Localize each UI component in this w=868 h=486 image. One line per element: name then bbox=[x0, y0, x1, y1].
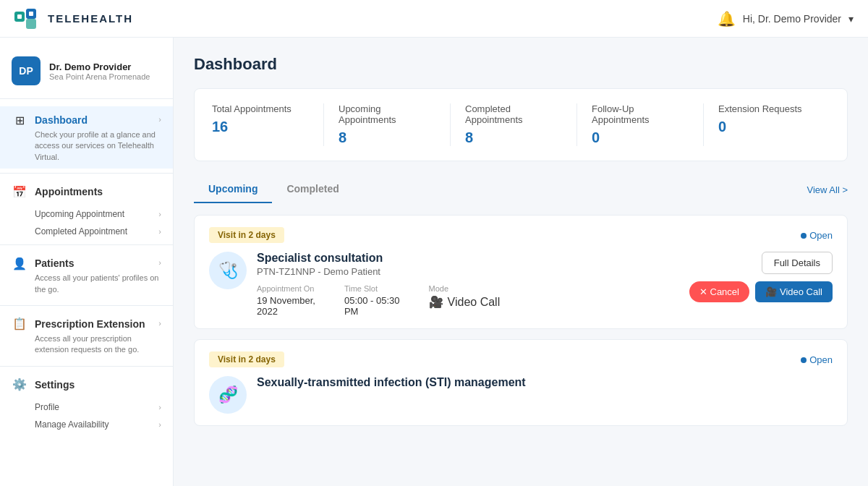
appointments-icon: 📅 bbox=[12, 184, 27, 200]
chevron-right-icon: › bbox=[158, 115, 161, 124]
status-dot-icon-2 bbox=[801, 357, 807, 363]
svg-rect-4 bbox=[26, 19, 36, 29]
svg-rect-3 bbox=[29, 12, 33, 16]
appt-time-value: 05:00 - 05:30PM bbox=[344, 295, 400, 317]
patients-icon: 👤 bbox=[12, 255, 27, 271]
appt-details: Appointment On 19 November,2022 Time Slo… bbox=[257, 284, 500, 317]
sidebar-subitem-upcoming-appointment[interactable]: Upcoming Appointment › bbox=[0, 205, 173, 223]
sidebar: DP Dr. Demo Provider Sea Point Arena Pro… bbox=[0, 38, 174, 486]
sidebar-item-dashboard[interactable]: ⊞ Dashboard › Check your profile at a gl… bbox=[0, 106, 173, 169]
prescription-icon: 📋 bbox=[12, 316, 27, 332]
appt-top-row: Visit in 2 days Open bbox=[209, 227, 833, 243]
appt-avatar-icon: 🩺 bbox=[209, 252, 247, 289]
sidebar-item-patients[interactable]: 👤 Patients › Access all your patients' p… bbox=[0, 250, 173, 301]
logo-area: TELEHEALTH bbox=[14, 9, 133, 29]
chevron-right-icon: › bbox=[158, 210, 161, 218]
tab-upcoming[interactable]: Upcoming bbox=[194, 176, 272, 203]
cancel-button[interactable]: ✕ Cancel bbox=[689, 281, 749, 302]
prescription-desc: Access all your prescription extension r… bbox=[12, 333, 161, 356]
svg-rect-1 bbox=[17, 14, 22, 19]
sidebar-item-appointments[interactable]: 📅 Appointments bbox=[0, 178, 173, 205]
appt-top-row-2: Visit in 2 days Open bbox=[209, 351, 833, 367]
stat-completed-label: Completed Appointments bbox=[465, 103, 562, 125]
video-camera-icon: 🎥 bbox=[429, 295, 443, 309]
main-layout: DP Dr. Demo Provider Sea Point Arena Pro… bbox=[0, 38, 868, 486]
appt-body: 🩺 Specialist consultation PTN-TZ1NNP - D… bbox=[209, 252, 500, 317]
video-call-button[interactable]: 🎥 Video Call bbox=[755, 281, 833, 302]
cancel-icon: ✕ bbox=[699, 286, 707, 297]
appt-patient: PTN-TZ1NNP - Demo Patient bbox=[257, 266, 500, 277]
sidebar-subitem-manage-availability[interactable]: Manage Availability › bbox=[0, 416, 173, 433]
stats-card: Total Appointments 16 Upcoming Appointme… bbox=[194, 88, 848, 161]
appt-name-2: Sexually-transmitted infection (STI) man… bbox=[257, 376, 833, 389]
status-badge-2: Open bbox=[801, 354, 833, 365]
stat-extension-label: Extension Requests bbox=[718, 103, 815, 114]
stat-completed-value: 8 bbox=[465, 129, 562, 146]
mode-text: Video Call bbox=[448, 296, 501, 309]
sidebar-label-patients: Patients bbox=[35, 257, 74, 269]
appt-mode-label: Mode bbox=[429, 284, 501, 293]
stat-total-appointments: Total Appointments 16 bbox=[212, 103, 324, 146]
user-info: Dr. Demo Provider Sea Point Arena Promen… bbox=[49, 61, 150, 81]
sidebar-label-dashboard: Dashboard bbox=[35, 114, 88, 126]
stat-upcoming-label: Upcoming Appointments bbox=[339, 103, 435, 125]
user-chevron-icon[interactable]: ▾ bbox=[848, 13, 854, 25]
visit-badge: Visit in 2 days bbox=[209, 227, 284, 243]
sidebar-subitem-completed-appointment[interactable]: Completed Appointment › bbox=[0, 223, 173, 240]
sidebar-item-settings[interactable]: ⚙️ Settings bbox=[0, 371, 173, 398]
dashboard-desc: Check your profile at a glance and acces… bbox=[12, 129, 161, 163]
chevron-right-icon: › bbox=[158, 420, 161, 429]
dashboard-icon: ⊞ bbox=[12, 112, 27, 128]
appt-actions: Full Details ✕ Cancel 🎥 Video Call bbox=[689, 252, 833, 302]
appointment-card-2: Visit in 2 days Open 🧬 Sexually-transmit… bbox=[194, 339, 848, 426]
user-menu[interactable]: 🔔 Hi, Dr. Demo Provider ▾ bbox=[718, 10, 854, 27]
sidebar-label-prescription: Prescription Extension bbox=[35, 318, 145, 330]
user-card: DP Dr. Demo Provider Sea Point Arena Pro… bbox=[0, 49, 173, 99]
main-content: Dashboard Total Appointments 16 Upcoming… bbox=[174, 38, 868, 486]
video-icon: 🎥 bbox=[765, 286, 777, 297]
appointment-card: Visit in 2 days Open 🩺 Specialist consul… bbox=[194, 215, 848, 329]
view-all-link[interactable]: View All > bbox=[807, 184, 848, 195]
stat-completed-appointments: Completed Appointments 8 bbox=[451, 103, 577, 146]
manage-availability-label: Manage Availability bbox=[35, 419, 109, 430]
telehealth-logo-icon bbox=[14, 9, 41, 29]
appt-date-value: 19 November,2022 bbox=[257, 295, 315, 317]
chevron-right-icon: › bbox=[158, 319, 161, 328]
user-name: Dr. Demo Provider bbox=[49, 61, 150, 72]
appt-body-2: 🧬 Sexually-transmitted infection (STI) m… bbox=[209, 376, 833, 414]
notification-bell-icon[interactable]: 🔔 bbox=[718, 10, 736, 27]
stat-extension-value: 0 bbox=[718, 119, 815, 135]
tab-completed[interactable]: Completed bbox=[272, 176, 353, 203]
visit-badge-2: Visit in 2 days bbox=[209, 351, 284, 367]
stat-total-label: Total Appointments bbox=[212, 103, 309, 114]
patients-desc: Access all your patients' profiles on th… bbox=[12, 273, 161, 295]
sidebar-label-appointments: Appointments bbox=[35, 186, 103, 197]
sidebar-item-prescription[interactable]: 📋 Prescription Extension › Access all yo… bbox=[0, 310, 173, 362]
full-details-button[interactable]: Full Details bbox=[762, 252, 833, 274]
upcoming-appointment-label: Upcoming Appointment bbox=[35, 209, 124, 219]
chevron-right-icon: › bbox=[158, 403, 161, 412]
appt-date-group: Appointment On 19 November,2022 bbox=[257, 284, 315, 317]
stat-total-value: 16 bbox=[212, 119, 309, 135]
sidebar-subitem-profile[interactable]: Profile › bbox=[0, 398, 173, 416]
profile-label: Profile bbox=[35, 402, 59, 412]
appt-name: Specialist consultation bbox=[257, 252, 500, 265]
status-dot-icon bbox=[801, 233, 807, 239]
tabs: Upcoming Completed bbox=[194, 176, 354, 203]
app-header: TELEHEALTH 🔔 Hi, Dr. Demo Provider ▾ bbox=[0, 0, 868, 38]
chevron-right-icon: › bbox=[158, 227, 161, 236]
app-title: TELEHEALTH bbox=[48, 12, 133, 25]
appt-mode-group: Mode 🎥 Video Call bbox=[429, 284, 501, 317]
stat-upcoming-value: 8 bbox=[339, 129, 435, 146]
user-greeting: Hi, Dr. Demo Provider bbox=[743, 13, 841, 25]
appt-info-2: Sexually-transmitted infection (STI) man… bbox=[257, 376, 833, 391]
settings-icon: ⚙️ bbox=[12, 377, 27, 393]
avatar: DP bbox=[12, 56, 41, 85]
cancel-label: Cancel bbox=[710, 286, 739, 297]
appt-avatar-icon-2: 🧬 bbox=[209, 376, 247, 414]
appt-time-label: Time Slot bbox=[344, 284, 400, 293]
appt-mode-value: 🎥 Video Call bbox=[429, 295, 501, 309]
chevron-right-icon: › bbox=[158, 258, 161, 267]
completed-appointment-label: Completed Appointment bbox=[35, 226, 127, 236]
stat-followup-value: 0 bbox=[592, 129, 689, 146]
